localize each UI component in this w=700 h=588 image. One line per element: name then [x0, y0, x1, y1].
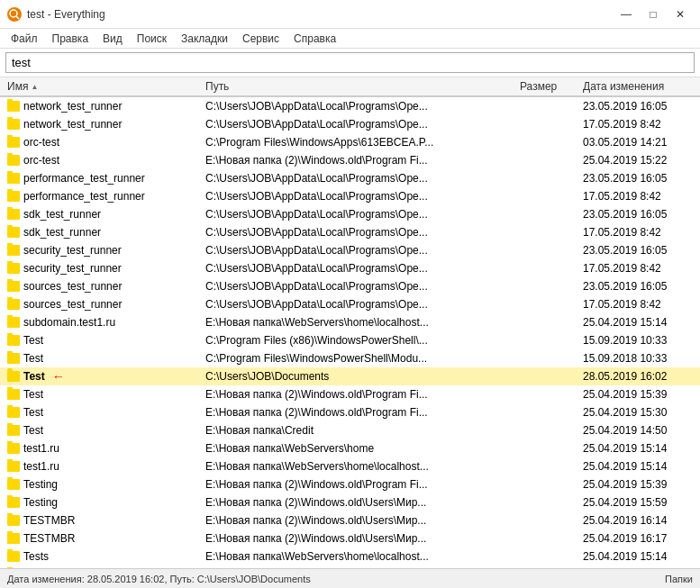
- table-row[interactable]: orc-testE:\Новая папка (2)\Windows.old\P…: [0, 151, 700, 169]
- menu-help[interactable]: Справка: [286, 31, 343, 47]
- table-row[interactable]: test1.ruE:\Новая папка\WebServers\home\l…: [0, 457, 700, 475]
- file-name: Test: [23, 388, 43, 401]
- file-name-cell: Test: [4, 387, 202, 402]
- status-left: Дата изменения: 28.05.2019 16:02, Путь: …: [7, 574, 311, 584]
- file-name-cell: network_test_runner: [4, 117, 202, 131]
- table-row[interactable]: subdomain.test1.ruE:\Новая папка\WebServ…: [0, 313, 700, 331]
- file-size-cell: [516, 430, 579, 431]
- file-name: sources_test_runner: [23, 298, 122, 311]
- folder-icon: [7, 155, 20, 166]
- table-row[interactable]: network_test_runnerC:\Users\JOB\AppData\…: [0, 97, 700, 115]
- table-row[interactable]: performance_test_runnerC:\Users\JOB\AppD…: [0, 187, 700, 205]
- col-header-size[interactable]: Размер: [516, 78, 579, 95]
- file-path-cell: C:\Users\JOB\AppData\Local\Programs\Ope.…: [202, 171, 516, 185]
- file-name: network_test_runner: [23, 100, 122, 113]
- folder-icon: [7, 227, 20, 238]
- table-row[interactable]: test1.ruE:\Новая папка\WebServers\home25…: [0, 439, 700, 457]
- file-path-cell: E:\Новая папка (2)\Windows.old\Program F…: [202, 387, 516, 402]
- folder-icon: [7, 209, 20, 220]
- folder-icon: [7, 533, 20, 544]
- file-name-cell: Test: [4, 333, 202, 348]
- col-header-name[interactable]: Имя ▲: [4, 78, 202, 95]
- file-name: performance_test_runner: [23, 172, 145, 185]
- file-name-cell: Test: [4, 351, 202, 366]
- folder-icon: [7, 317, 20, 328]
- file-path-cell: E:\Новая папка\Credit: [202, 423, 516, 438]
- svg-point-0: [10, 10, 17, 17]
- table-row[interactable]: TestE:\Новая папка (2)\Windows.old\Progr…: [0, 385, 700, 403]
- menu-edit[interactable]: Правка: [45, 31, 96, 47]
- file-path-cell: C:\Program Files (x86)\WindowsPowerShell…: [202, 333, 516, 348]
- file-date-cell: 17.05.2019 8:42: [579, 261, 696, 276]
- col-header-date[interactable]: Дата изменения: [579, 78, 696, 95]
- window-title: test - Everything: [27, 8, 614, 21]
- file-path-cell: C:\Users\JOB\AppData\Local\Programs\Ope.…: [202, 279, 516, 294]
- file-size-cell: [516, 484, 579, 485]
- file-date-cell: 15.09.2019 10:33: [579, 333, 696, 348]
- file-name: Testing: [23, 496, 58, 509]
- file-name-cell: performance_test_runner: [4, 171, 202, 185]
- folder-icon: [7, 281, 20, 292]
- file-name-cell: Test: [4, 423, 202, 438]
- table-row[interactable]: orc-testC:\Program Files\WindowsApps\613…: [0, 133, 700, 151]
- table-row[interactable]: security_test_runnerC:\Users\JOB\AppData…: [0, 259, 700, 277]
- file-date-cell: 15.09.2018 10:33: [579, 351, 696, 366]
- status-right: Папки: [665, 574, 693, 584]
- table-row[interactable]: TestingE:\Новая папка (2)\Windows.old\Us…: [0, 493, 700, 511]
- search-input[interactable]: [5, 52, 695, 73]
- file-path-cell: E:\Новая папка (2)\Windows.old\Users\Мир…: [202, 513, 516, 528]
- file-date-cell: 25.04.2019 16:14: [579, 513, 696, 528]
- file-size-cell: [516, 520, 579, 521]
- close-button[interactable]: ✕: [668, 5, 693, 24]
- table-row[interactable]: security_test_runnerC:\Users\JOB\AppData…: [0, 241, 700, 259]
- file-path-cell: C:\Users\JOB\AppData\Local\Programs\Ope.…: [202, 261, 516, 276]
- table-row[interactable]: TestC:\Program Files (x86)\WindowsPowerS…: [0, 331, 700, 349]
- file-size-cell: [516, 538, 579, 539]
- folder-icon: [7, 263, 20, 274]
- table-row[interactable]: TestE:\Новая папка (2)\Windows.old\Progr…: [0, 403, 700, 421]
- table-row[interactable]: sources_test_runnerC:\Users\JOB\AppData\…: [0, 295, 700, 313]
- title-bar: test - Everything — □ ✕: [0, 0, 700, 29]
- file-name: Test: [23, 424, 43, 437]
- file-list[interactable]: network_test_runnerC:\Users\JOB\AppData\…: [0, 97, 700, 568]
- file-name-cell: Testing: [4, 477, 202, 492]
- file-path-cell: E:\Новая папка (2)\Windows.old\Users\Мир…: [202, 531, 516, 546]
- file-date-cell: 25.04.2019 15:39: [579, 387, 696, 402]
- folder-icon: [7, 497, 20, 508]
- file-path-cell: E:\Новая папка\WebServers\home\localhost…: [202, 315, 516, 330]
- menu-view[interactable]: Вид: [95, 31, 130, 47]
- col-header-path[interactable]: Путь: [202, 78, 516, 95]
- file-path-cell: E:\Новая папка (2)\Windows.old\Program F…: [202, 405, 516, 420]
- menu-tools[interactable]: Сервис: [235, 31, 286, 47]
- folder-icon: [7, 407, 20, 418]
- minimize-button[interactable]: —: [614, 5, 639, 24]
- table-row[interactable]: sdk_test_runnerC:\Users\JOB\AppData\Loca…: [0, 223, 700, 241]
- menu-bookmarks[interactable]: Закладки: [174, 31, 235, 47]
- table-row[interactable]: TESTMBRE:\Новая папка (2)\Windows.old\Us…: [0, 511, 700, 529]
- file-size-cell: [516, 448, 579, 449]
- file-date-cell: 25.04.2019 14:50: [579, 423, 696, 438]
- table-row[interactable]: sdk_test_runnerC:\Users\JOB\AppData\Loca…: [0, 205, 700, 223]
- file-name-cell: Testing: [4, 495, 202, 510]
- folder-icon: [7, 551, 20, 562]
- table-row[interactable]: TestE:\Новая папка\Credit25.04.2019 14:5…: [0, 421, 700, 439]
- file-date-cell: 23.05.2019 16:05: [579, 279, 696, 294]
- table-row[interactable]: Test←C:\Users\JOB\Documents28.05.2019 16…: [0, 367, 700, 385]
- menu-file[interactable]: Файл: [4, 31, 45, 47]
- table-row[interactable]: network_test_runnerC:\Users\JOB\AppData\…: [0, 115, 700, 133]
- file-name: sources_test_runner: [23, 280, 122, 293]
- file-name-cell: orc-test: [4, 135, 202, 149]
- file-date-cell: 17.05.2019 8:42: [579, 117, 696, 131]
- main-content: Имя ▲ Путь Размер Дата изменения network…: [0, 77, 700, 568]
- file-name: subdomain.test1.ru: [23, 316, 115, 329]
- maximize-button[interactable]: □: [641, 5, 666, 24]
- file-date-cell: 25.04.2019 15:39: [579, 477, 696, 492]
- table-row[interactable]: TestingE:\Новая папка (2)\Windows.old\Pr…: [0, 475, 700, 493]
- table-row[interactable]: TESTMBRE:\Новая папка (2)\Windows.old\Us…: [0, 529, 700, 547]
- table-row[interactable]: sources_test_runnerC:\Users\JOB\AppData\…: [0, 277, 700, 295]
- table-row[interactable]: performance_test_runnerC:\Users\JOB\AppD…: [0, 169, 700, 187]
- table-row[interactable]: TestsE:\Новая папка\WebServers\home\loca…: [0, 547, 700, 565]
- table-row[interactable]: TestC:\Program Files\WindowsPowerShell\M…: [0, 349, 700, 367]
- file-name: TESTMBR: [23, 514, 75, 527]
- menu-search[interactable]: Поиск: [130, 31, 174, 47]
